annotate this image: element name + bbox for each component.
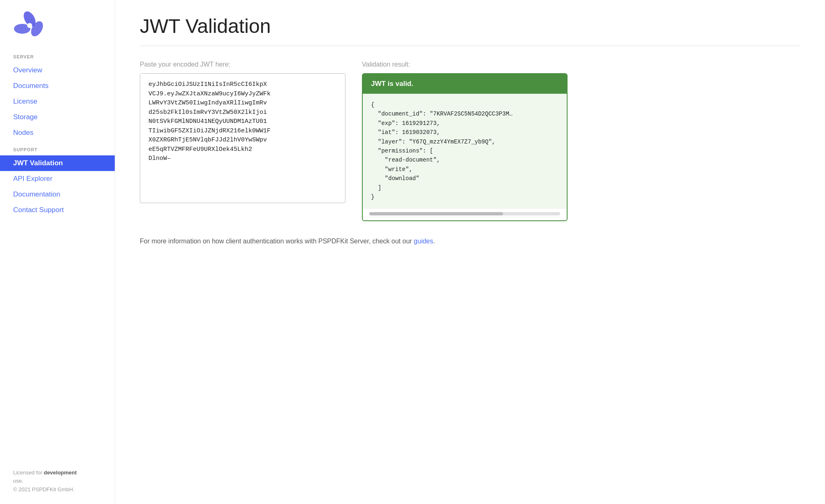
sidebar-item-overview[interactable]: Overview bbox=[0, 62, 115, 78]
jwt-input[interactable]: eyJhbGciOiJSUzI1NiIsInR5cCI6IkpX VCJ9.ey… bbox=[140, 74, 345, 201]
scrollbar-track bbox=[369, 212, 560, 215]
info-text-prefix: For more information on how client authe… bbox=[140, 238, 414, 245]
sidebar-item-nodes[interactable]: Nodes bbox=[0, 125, 115, 141]
sidebar-footer: Licensed for development use. © 2021 PSP… bbox=[0, 459, 115, 494]
sidebar-item-storage[interactable]: Storage bbox=[0, 109, 115, 125]
validation-section: Validation result: JWT is valid. { "docu… bbox=[362, 61, 568, 221]
footer-use: use. bbox=[13, 478, 23, 484]
svg-point-3 bbox=[27, 23, 32, 28]
info-text: For more information on how client authe… bbox=[140, 236, 800, 247]
validation-header: JWT is valid. bbox=[363, 74, 567, 94]
footer-copyright: © 2021 PSPDFKit GmbH. bbox=[13, 486, 74, 492]
validation-result-label: Validation result: bbox=[362, 61, 568, 68]
validation-json: { "document_id": "7KRVAF2SC5N54D2QCC3P3M… bbox=[371, 100, 558, 201]
sidebar-item-api-explorer[interactable]: API Explorer bbox=[0, 171, 115, 187]
page-title: JWT Validation bbox=[140, 15, 800, 37]
app-logo bbox=[13, 12, 46, 36]
sidebar-item-license[interactable]: License bbox=[0, 94, 115, 109]
jwt-input-section: Paste your encoded JWT here: eyJhbGciOiJ… bbox=[140, 61, 345, 203]
title-divider bbox=[140, 46, 800, 46]
main-content: JWT Validation Paste your encoded JWT he… bbox=[115, 0, 825, 504]
footer-license-bold: development bbox=[44, 469, 76, 476]
sidebar-item-jwt-validation[interactable]: JWT Validation bbox=[0, 155, 115, 171]
sidebar-item-contact-support[interactable]: Contact Support bbox=[0, 202, 115, 218]
info-text-suffix: . bbox=[433, 238, 435, 245]
guides-link[interactable]: guides bbox=[414, 238, 433, 245]
validation-box: JWT is valid. { "document_id": "7KRVAF2S… bbox=[362, 73, 568, 221]
content-layout: Paste your encoded JWT here: eyJhbGciOiJ… bbox=[140, 61, 800, 221]
footer-license-prefix: Licensed for bbox=[13, 469, 44, 476]
validation-body: { "document_id": "7KRVAF2SC5N54D2QCC3P3M… bbox=[363, 94, 567, 209]
support-section-label: SUPPORT bbox=[0, 147, 115, 155]
server-section-label: SERVER bbox=[0, 54, 115, 62]
sidebar-item-documents[interactable]: Documents bbox=[0, 78, 115, 94]
sidebar: SERVER Overview Documents License Storag… bbox=[0, 0, 115, 504]
jwt-textarea-wrapper: eyJhbGciOiJSUzI1NiIsInR5cCI6IkpX VCJ9.ey… bbox=[140, 73, 345, 203]
jwt-input-label: Paste your encoded JWT here: bbox=[140, 61, 345, 68]
validation-status: JWT is valid. bbox=[371, 80, 413, 88]
logo-area bbox=[0, 12, 115, 51]
scrollbar-thumb bbox=[369, 212, 503, 215]
sidebar-item-documentation[interactable]: Documentation bbox=[0, 187, 115, 202]
